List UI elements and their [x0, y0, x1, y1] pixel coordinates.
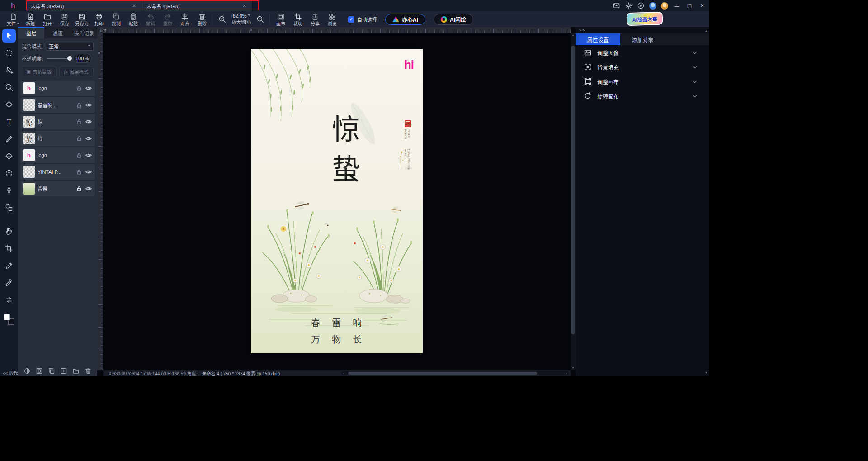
close-tab-icon[interactable]: ✕ [132, 3, 137, 8]
scroll-down-icon[interactable]: ▾ [571, 366, 576, 370]
panel-item-adjust-image[interactable]: 调整图像 [576, 45, 703, 60]
scroll-left-icon[interactable]: ‹ [341, 371, 346, 375]
canvas-button[interactable]: 画布 [272, 13, 289, 26]
tab-channels[interactable]: 通道 [44, 27, 71, 38]
lock-icon[interactable] [76, 152, 82, 158]
user-avatar[interactable] [649, 2, 656, 10]
redo-button[interactable]: 重做 [159, 13, 176, 26]
text-tool[interactable]: T [0, 113, 18, 130]
doc-tab-2[interactable]: 未命名 4(RGB) ✕ [142, 0, 252, 11]
lock-icon[interactable] [76, 169, 82, 175]
file-button[interactable]: 文件 [5, 13, 22, 26]
eyedropper-tool[interactable] [0, 274, 18, 291]
opacity-value[interactable]: 100 % [73, 54, 92, 63]
auto-select-checkbox[interactable]: ✓ 自动选择 [348, 16, 377, 23]
ai-contest-badge[interactable]: AI绘画大赛 [627, 12, 663, 26]
discover-compass-icon[interactable] [637, 2, 645, 10]
marquee-tool[interactable] [0, 44, 18, 62]
tab-history[interactable]: 操作记录 [71, 27, 97, 38]
layer-style-button[interactable]: fx 图层样式 [59, 67, 94, 76]
open-button[interactable]: 打开 [39, 13, 56, 26]
minimize-button[interactable]: — [673, 3, 681, 9]
panel-item-background-fill[interactable]: 背景填充 [576, 60, 703, 74]
close-button[interactable]: ✕ [698, 3, 706, 9]
share-button[interactable]: 分享 [307, 13, 324, 26]
lock-icon[interactable] [76, 119, 82, 125]
save-button[interactable]: 保存 [56, 13, 73, 26]
foreground-color-swatch[interactable] [4, 314, 10, 320]
crop-tool[interactable] [0, 240, 18, 257]
eye-visibility-icon[interactable] [85, 135, 92, 142]
undo-button[interactable]: 撤销 [142, 13, 159, 26]
layer-row[interactable]: YINTAI P... [20, 164, 95, 180]
new-button[interactable]: 新建 [22, 13, 39, 26]
layer-row[interactable]: hlogo [20, 81, 95, 96]
copy-button[interactable]: 复制 [108, 13, 125, 26]
vip-avatar[interactable] [661, 2, 668, 10]
adjustment-icon[interactable] [24, 367, 31, 375]
duplicate-layer-icon[interactable] [48, 367, 55, 375]
move-tool[interactable] [2, 29, 16, 43]
settings-gear-icon[interactable] [625, 2, 632, 10]
lock-icon[interactable] [76, 102, 82, 108]
eye-visibility-icon[interactable] [85, 168, 92, 176]
lock-icon[interactable] [76, 85, 82, 91]
mask-icon[interactable] [36, 367, 43, 375]
tab-layers[interactable]: 图层 [18, 27, 44, 38]
delete-layer-icon[interactable] [85, 367, 92, 375]
toolstrip-collapse-button[interactable]: << 收起 [3, 370, 18, 376]
close-tab-icon[interactable]: ✕ [242, 3, 247, 8]
save-as-button[interactable]: 另存为 [73, 13, 90, 26]
panel-item-rotate-canvas[interactable]: 旋转画布 [576, 89, 703, 103]
eraser-tool[interactable] [0, 96, 18, 113]
zoom-level-control[interactable]: 62.0% 放大/缩小 [228, 13, 255, 25]
vertical-scrollbar[interactable]: ▴ ▾ [571, 33, 576, 370]
paste-button[interactable]: 粘贴 [125, 13, 142, 26]
lasso-tool[interactable] [0, 62, 18, 79]
canvas-area[interactable]: 英寸 0 0 [97, 27, 576, 376]
blend-mode-select[interactable]: 正常 [46, 42, 94, 51]
zoom-tool[interactable] [0, 79, 18, 96]
new-layer-icon[interactable] [60, 367, 67, 375]
opacity-slider[interactable] [47, 58, 70, 59]
group-folder-icon[interactable] [72, 367, 80, 375]
panel-item-adjust-canvas[interactable]: 调整画布 [576, 74, 703, 89]
layer-row[interactable]: hlogo [20, 147, 95, 163]
swap-tool[interactable] [0, 291, 18, 309]
doc-tab-1[interactable]: 未命名 3(RGB) ✕ [26, 0, 142, 11]
zoom-out-icon[interactable] [255, 15, 266, 24]
horizontal-scroll-thumb[interactable] [348, 372, 537, 375]
print-button[interactable]: 打印 [90, 13, 108, 26]
tab-property-settings[interactable]: 属性设置 [576, 33, 620, 45]
browse-button[interactable]: 浏览 [324, 13, 341, 26]
eye-visibility-icon[interactable] [85, 118, 92, 125]
panel-collapse-button[interactable]: >> [579, 28, 586, 33]
scroll-up-icon[interactable]: ▴ [571, 33, 576, 37]
layer-row[interactable]: 春雷响... [20, 97, 95, 113]
yixin-ai-button[interactable]: 亦心AI [385, 14, 425, 25]
scroll-up-icon[interactable]: ▴ [704, 29, 708, 33]
layer-row[interactable]: 蛰蛰 [20, 131, 95, 146]
maximize-button[interactable]: ▢ [685, 3, 693, 9]
mail-icon[interactable] [613, 2, 620, 10]
pen-tool[interactable] [0, 182, 18, 199]
align-button[interactable]: 对齐 [176, 13, 193, 26]
sphere-tool[interactable] [0, 165, 18, 182]
delete-button[interactable]: 删除 [193, 13, 211, 26]
layer-row[interactable]: 背景 [20, 181, 95, 196]
lock-icon[interactable] [76, 185, 82, 192]
layer-row[interactable]: 惊惊 [20, 114, 95, 129]
pattern-tool[interactable] [0, 147, 18, 165]
brush-tool[interactable] [0, 130, 18, 147]
eye-visibility-icon[interactable] [85, 185, 92, 192]
color-swatches[interactable] [4, 314, 14, 325]
vertical-scroll-thumb[interactable] [571, 46, 575, 334]
panel-scrollbar[interactable]: ▴ ▾ [704, 29, 708, 375]
scroll-right-icon[interactable]: › [564, 371, 569, 375]
crop-button[interactable]: 裁切 [289, 13, 307, 26]
lock-icon[interactable] [76, 135, 82, 142]
eye-visibility-icon[interactable] [85, 101, 92, 109]
eye-visibility-icon[interactable] [85, 152, 92, 159]
hand-tool[interactable] [0, 223, 18, 240]
tab-add-object[interactable]: 添加对象 [620, 33, 665, 45]
